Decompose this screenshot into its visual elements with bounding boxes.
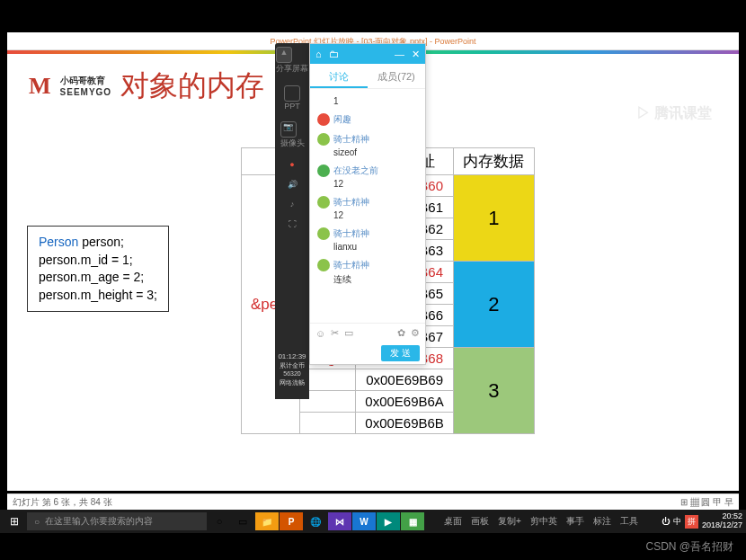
flower-icon[interactable]: ✿: [397, 327, 405, 339]
chat-toolbar[interactable]: ☺ ✂ ▭ ✿ ⚙: [310, 323, 425, 342]
scissors-icon[interactable]: ✂: [331, 327, 339, 339]
ppt-status-bar: 幻灯片 第 6 张，共 84 张 ⊞ ▦ 圓 甲 早: [7, 493, 739, 510]
search-input[interactable]: ○ 在这里输入你要搜索的内容: [27, 512, 207, 530]
sound-icon[interactable]: 🔊: [288, 180, 298, 189]
music-icon[interactable]: ♪: [290, 200, 295, 209]
app-vs[interactable]: ⋈: [328, 512, 351, 530]
emoji-icon[interactable]: ☺: [315, 328, 325, 339]
image-icon[interactable]: ▭: [344, 327, 353, 339]
chat-titlebar[interactable]: ⌂ 🗀 — ✕: [310, 44, 425, 64]
chat-sidebar: ▲分享屏幕 PPT 📷摄像头 ● 🔊 ♪ ⛶ ⏻下课: [275, 43, 309, 376]
home-icon[interactable]: ⌂: [315, 49, 322, 59]
minimize-icon[interactable]: —: [395, 49, 404, 59]
slide-title: 对象的内存: [120, 67, 264, 106]
send-button[interactable]: 发 送: [381, 345, 420, 361]
windows-taskbar[interactable]: ⊞ ○ 在这里输入你要搜索的内容 ○ ▭ 📁 P 🌐 ⋈ W ▶ ▦ 桌面画板复…: [0, 510, 746, 533]
app-tencent[interactable]: ▶: [377, 512, 400, 530]
system-tray[interactable]: ⏻中拼 20:522018/12/27: [662, 512, 742, 530]
app-folder[interactable]: 📁: [255, 512, 279, 530]
share-screen-icon[interactable]: ▲分享屏幕: [276, 47, 308, 75]
chat-panel: ⌂ 🗀 — ✕ 讨论 成员(72) 1 闲趣 骑士精神sizeof 在没老之前1…: [309, 43, 426, 365]
play-icon[interactable]: ●: [289, 160, 294, 169]
logo-icon: M: [29, 73, 51, 100]
app-word[interactable]: W: [352, 512, 376, 530]
tab-members[interactable]: 成员(72): [368, 64, 425, 88]
csdn-watermark: CSDN @吾名招财: [645, 539, 733, 555]
class-timer: 01:12:39 累计金币 56320 网络流畅: [275, 349, 309, 399]
ppt-icon[interactable]: PPT: [284, 85, 300, 111]
taskbar-mid-labels[interactable]: 桌面画板复制+ 剪中英事手标注 工具: [444, 515, 638, 528]
watermark: ▷ 腾讯课堂: [636, 104, 712, 123]
expand-icon[interactable]: ⛶: [289, 219, 297, 228]
logo-text: 小码哥教育 SEEMYGO: [60, 75, 112, 98]
chat-messages[interactable]: 1 闲趣 骑士精神sizeof 在没老之前12 骑士精神12 骑士精神lianx…: [310, 89, 425, 323]
taskview-icon[interactable]: ▭: [232, 512, 253, 530]
folder-icon[interactable]: 🗀: [329, 49, 339, 59]
camera-icon[interactable]: 📷摄像头: [280, 121, 305, 149]
tab-discuss[interactable]: 讨论: [310, 64, 368, 88]
app-chrome[interactable]: 🌐: [304, 512, 327, 530]
app-green[interactable]: ▦: [401, 512, 424, 530]
code-snippet: Person person; person.m_id = 1; person.m…: [27, 226, 169, 312]
gear-icon[interactable]: ⚙: [411, 327, 420, 339]
start-button[interactable]: ⊞: [4, 512, 25, 530]
cortana-icon[interactable]: ○: [209, 512, 230, 530]
close-icon[interactable]: ✕: [412, 49, 420, 60]
status-view-icons[interactable]: ⊞ ▦ 圓 甲 早: [680, 496, 733, 509]
app-ppt[interactable]: P: [280, 512, 303, 530]
